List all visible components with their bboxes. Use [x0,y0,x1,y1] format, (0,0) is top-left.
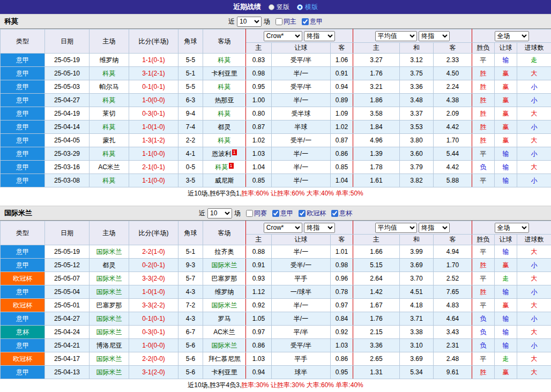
games-label: 场 [264,17,270,26]
team-name: 科莫 [218,110,231,117]
cell-odds-early-home: 1.00 [246,94,272,107]
cell-odds-early-handicap: 一/球半 [272,285,331,299]
cell-result-outcome: 胜 [472,134,495,147]
cell-home-team: 博洛尼亚 [90,339,129,352]
cell-result-goals: 小 [517,312,551,326]
cell-odds-avg-draw: 3.36 [400,80,434,94]
bookmaker-select[interactable]: Crow* [264,31,302,41]
layout-radio-vertical[interactable]: 竖版 [269,3,289,12]
cell-corner: 5-6 [178,339,203,352]
cell-odds-early-away: 1.03 [331,339,353,352]
cell-result-handicap: 赢 [495,299,517,312]
checkbox-label: 意甲 [280,209,293,218]
cell-result-handicap: 赢 [495,259,517,272]
cell-date: 25-04-17 [45,352,90,366]
col-header-early-handicap: 让球 [272,43,331,54]
cell-odds-avg-away: 2.48 [434,352,472,366]
avg-odds-select[interactable]: 平均值 [375,31,417,41]
team-name: 科莫 [215,163,228,171]
col-header-avg-away: 客 [434,43,472,54]
col-header-avg-draw: 和 [400,235,434,245]
cell-odds-avg-home: 1.67 [353,299,400,312]
coppa-checkbox[interactable] [331,210,338,217]
cell-league: 意甲 [1,54,45,67]
filter-same-comp[interactable]: 同赛 [246,209,267,218]
early-odds-type-select[interactable]: 终指 [304,31,335,41]
radio-label-horizontal: 横版 [305,3,318,12]
cell-odds-avg-home: 3.36 [353,339,400,352]
filter-coppa[interactable]: 意杯 [331,209,352,218]
cell-odds-early-away: 0.86 [331,352,353,366]
cell-odds-early-handicap: 半/一 [272,299,331,312]
match-count-select[interactable]: 10 [207,208,232,218]
cell-score: 1-1(0-0) [129,147,178,161]
serie-a-checkbox[interactable] [302,18,309,25]
match-row: 意甲25-04-21博洛尼亚1-0(0-0)5-6国际米兰0.86受平/半1.0… [1,339,551,352]
ucl-checkbox[interactable] [299,210,306,217]
col-header-result-handicap: 让球 [495,43,517,54]
cell-corner: 6-7 [178,326,203,339]
checkbox-label: 同赛 [254,209,267,218]
cell-score: 2-1(0-1) [129,161,178,174]
cell-date: 25-04-05 [45,134,90,147]
cell-corner: 0-5 [178,161,203,174]
col-header-corner: 角球 [178,221,203,245]
bookmaker-select[interactable]: Crow* [264,223,302,233]
cell-odds-avg-home: 1.86 [353,94,400,107]
cell-result-goals: 小 [517,94,551,107]
cell-home-team: AC米兰 [90,161,129,174]
serie-a-checkbox[interactable] [272,210,279,217]
avg-odds-type-select[interactable]: 终指 [419,223,450,233]
filter-ucl[interactable]: 欧冠杯 [299,209,326,218]
avg-odds-group-header: 平均值 终指 [353,29,472,43]
cell-score: 0-1(0-1) [129,312,178,326]
cell-league: 意甲 [1,312,45,326]
fulltime-select[interactable]: 全场 [495,31,529,41]
cell-result-handicap: 赢 [495,134,517,147]
cell-odds-avg-away: 2.33 [434,54,472,67]
avg-odds-type-select[interactable]: 终指 [419,31,450,41]
cell-score: 3-1(2-0) [129,366,178,379]
matches-table-como: 类型 日期 主场 比分(半场) 角球 客场 Crow* 终指 平均值 终指 全场… [0,29,551,187]
cell-league: 意甲 [1,147,45,161]
match-row: 意甲25-04-13国际米兰3-1(2-0)5-6卡利亚里0.94球半0.951… [1,366,551,379]
cell-odds-early-away: 0.97 [331,299,353,312]
match-count-select[interactable]: 10 [237,17,262,27]
cell-away-team: 国际米兰 [203,299,246,312]
filter-serie-a[interactable]: 意甲 [272,209,293,218]
cell-result-outcome: 胜 [472,67,495,80]
filter-serie-a[interactable]: 意甲 [302,17,323,26]
fulltime-select[interactable]: 全场 [495,223,529,233]
team-name: 国际米兰 [212,342,237,349]
cell-odds-avg-away: 2.24 [434,80,472,94]
near-label: 近 [199,209,205,218]
filter-same-venue[interactable]: 同主 [276,17,296,26]
cell-result-handicap: 输 [495,312,517,326]
same-comp-checkbox[interactable] [246,210,253,217]
cell-result-handicap: 赢 [495,107,517,120]
cell-result-handicap: 输 [495,245,517,259]
cell-result-outcome: 胜 [472,80,495,94]
team-name: 国际米兰 [96,328,122,336]
cell-odds-early-handicap: 半/一 [272,67,331,80]
early-odds-type-select[interactable]: 终指 [304,223,335,233]
result-group-header: 全场 [472,29,551,43]
team-name: 威尼斯 [215,177,234,184]
record-rates: 胜率:30% 让胜率:30% 大率:60% 单率:40% [241,381,363,390]
cell-odds-early-home: 0.87 [246,120,272,134]
avg-odds-select[interactable]: 平均值 [375,223,417,233]
cell-corner: 5-1 [178,67,203,80]
match-row: 意甲25-04-27科莫1-0(0-0)6-3热那亚1.00半/一0.891.8… [1,94,551,107]
record-footer: 近10场,胜6平3负1, 胜率:60% 让胜率:60% 大率:40% 单率:50… [0,187,551,199]
cell-odds-early-home: 0.91 [246,259,272,272]
cell-date: 25-05-10 [45,67,90,80]
cell-home-team: 科莫 [90,120,129,134]
red-card-badge: 1 [232,149,237,155]
cell-odds-avg-draw: 3.37 [400,107,434,120]
cell-score: 0-1(0-1) [129,80,178,94]
cell-result-outcome: 平 [472,352,495,366]
team-name: 罗马 [218,315,231,322]
same-venue-checkbox[interactable] [276,18,282,25]
cell-odds-avg-home: 1.31 [353,366,400,379]
layout-radio-horizontal[interactable]: 横版 [297,3,318,12]
